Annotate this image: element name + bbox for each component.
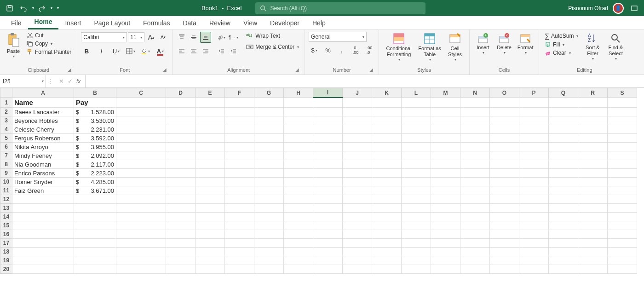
cell-Q5[interactable] (549, 134, 578, 143)
cell-O8[interactable] (490, 160, 519, 169)
cell-P9[interactable] (519, 169, 549, 178)
cell-F5[interactable] (225, 134, 254, 143)
decrease-decimal-button[interactable]: .00.0 (364, 45, 375, 56)
cell-M18[interactable] (431, 248, 460, 256)
cell-D7[interactable] (166, 151, 196, 160)
cell-E3[interactable] (196, 116, 225, 125)
cell-L11[interactable] (402, 186, 431, 195)
cell-C15[interactable] (116, 221, 166, 230)
cell-J17[interactable] (343, 239, 372, 248)
cell-F3[interactable] (225, 116, 254, 125)
cell-K3[interactable] (372, 116, 402, 125)
name-box[interactable]: I25▾ (0, 75, 46, 87)
cell-B5[interactable]: $3,592.00 (74, 134, 116, 143)
align-right-button[interactable] (200, 46, 211, 57)
row-header-5[interactable]: 5 (0, 134, 12, 143)
cell-N16[interactable] (460, 230, 490, 239)
cell-B10[interactable]: $4,285.00 (74, 178, 116, 186)
cell-Q1[interactable] (549, 98, 578, 108)
align-middle-button[interactable] (188, 32, 199, 43)
cell-S8[interactable] (608, 160, 637, 169)
col-header-Q[interactable]: Q (549, 88, 578, 98)
cell-Q10[interactable] (549, 178, 578, 186)
cell-F2[interactable] (225, 108, 254, 116)
cell-B11[interactable]: $3,671.00 (74, 186, 116, 195)
cell-R19[interactable] (578, 256, 608, 265)
cell-H6[interactable] (284, 143, 313, 151)
cell-S18[interactable] (608, 248, 637, 256)
cell-J18[interactable] (343, 248, 372, 256)
cell-B6[interactable]: $3,955.00 (74, 143, 116, 151)
cell-E17[interactable] (196, 239, 225, 248)
cell-K8[interactable] (372, 160, 402, 169)
cell-B3[interactable]: $3,530.00 (74, 116, 116, 125)
row-header-1[interactable]: 1 (0, 98, 12, 108)
font-launcher[interactable]: ◢ (162, 67, 167, 73)
merge-center-button[interactable]: Merge & Center▾ (244, 43, 301, 51)
cell-O19[interactable] (490, 256, 519, 265)
cell-L8[interactable] (402, 160, 431, 169)
clipboard-launcher[interactable]: ◢ (67, 67, 72, 73)
cell-S3[interactable] (608, 116, 637, 125)
undo-dropdown[interactable]: ▾ (32, 6, 34, 10)
cell-O17[interactable] (490, 239, 519, 248)
cell-K18[interactable] (372, 248, 402, 256)
cell-D9[interactable] (166, 169, 196, 178)
cell-J4[interactable] (343, 125, 372, 134)
cell-C6[interactable] (116, 143, 166, 151)
cell-C18[interactable] (116, 248, 166, 256)
col-header-C[interactable]: C (116, 88, 166, 98)
cell-C1[interactable] (116, 98, 166, 108)
cell-M17[interactable] (431, 239, 460, 248)
cell-M16[interactable] (431, 230, 460, 239)
cell-S15[interactable] (608, 221, 637, 230)
cell-E20[interactable] (196, 265, 225, 274)
cell-L2[interactable] (402, 108, 431, 116)
cell-G2[interactable] (254, 108, 284, 116)
cell-P4[interactable] (519, 125, 549, 134)
cell-J5[interactable] (343, 134, 372, 143)
select-all-corner[interactable] (0, 88, 12, 98)
cell-P5[interactable] (519, 134, 549, 143)
cell-K11[interactable] (372, 186, 402, 195)
cell-L9[interactable] (402, 169, 431, 178)
redo-button[interactable] (36, 2, 48, 14)
cell-G13[interactable] (254, 204, 284, 213)
cell-F11[interactable] (225, 186, 254, 195)
cell-H11[interactable] (284, 186, 313, 195)
enter-formula-icon[interactable]: ✓ (68, 78, 73, 85)
format-cells-button[interactable]: Format▾ (516, 32, 535, 56)
cell-G7[interactable] (254, 151, 284, 160)
cell-B12[interactable] (74, 195, 116, 204)
increase-indent-button[interactable] (228, 46, 239, 57)
cell-S11[interactable] (608, 186, 637, 195)
cell-A11[interactable]: Faiz Green (12, 186, 74, 195)
cell-G15[interactable] (254, 221, 284, 230)
cell-R3[interactable] (578, 116, 608, 125)
cell-F19[interactable] (225, 256, 254, 265)
fill-color-button[interactable]: ▾ (140, 46, 151, 57)
cell-B4[interactable]: $2,231.00 (74, 125, 116, 134)
cell-A5[interactable]: Fergus Roberson (12, 134, 74, 143)
cell-F17[interactable] (225, 239, 254, 248)
increase-decimal-button[interactable]: .0.00 (350, 45, 361, 56)
cell-I10[interactable] (313, 178, 343, 186)
cell-I18[interactable] (313, 248, 343, 256)
cell-B8[interactable]: $2,117.00 (74, 160, 116, 169)
cell-I11[interactable] (313, 186, 343, 195)
cell-A7[interactable]: Mindy Feeney (12, 151, 74, 160)
cell-M19[interactable] (431, 256, 460, 265)
cell-R20[interactable] (578, 265, 608, 274)
cell-O14[interactable] (490, 213, 519, 221)
cell-S16[interactable] (608, 230, 637, 239)
cell-L12[interactable] (402, 195, 431, 204)
cell-O11[interactable] (490, 186, 519, 195)
cell-H17[interactable] (284, 239, 313, 248)
cell-R2[interactable] (578, 108, 608, 116)
cell-C9[interactable] (116, 169, 166, 178)
cell-N9[interactable] (460, 169, 490, 178)
cell-S4[interactable] (608, 125, 637, 134)
cell-G5[interactable] (254, 134, 284, 143)
col-header-P[interactable]: P (519, 88, 549, 98)
cell-F7[interactable] (225, 151, 254, 160)
